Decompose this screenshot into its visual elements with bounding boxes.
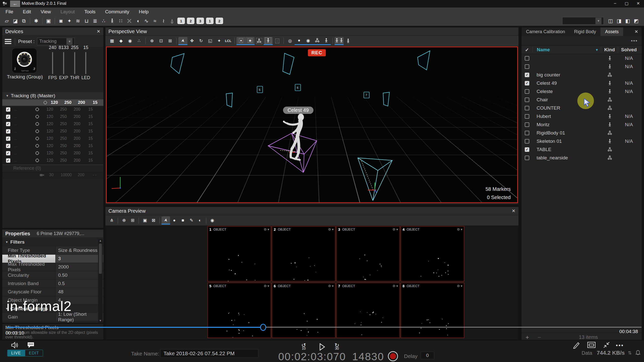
scale-tool-icon[interactable]: ◱ <box>206 37 215 45</box>
zoom-extents-icon[interactable]: ⊞ <box>166 37 175 45</box>
camera-view-1[interactable]: 1OBJECT⚙ ▾ <box>207 226 271 282</box>
device-slider-exp[interactable]: 8133EXP <box>58 45 69 80</box>
assets-close-icon[interactable]: ✕ <box>634 29 642 34</box>
panel-skeleton-icon[interactable]: ◨ <box>615 17 623 25</box>
asset-row[interactable]: ✓Celest 49N/A <box>521 79 642 87</box>
camera-row[interactable]: ✓...12025020015 <box>2 157 103 164</box>
camera-view-6[interactable]: 6OBJECT⚙ ▾ <box>272 283 336 338</box>
zoom-in-icon[interactable]: ⊕ <box>147 37 156 45</box>
wand-icon[interactable]: ✦ <box>65 17 74 25</box>
comment-icon[interactable] <box>27 342 35 349</box>
menu-community[interactable]: Community <box>105 9 129 15</box>
more-options-icon[interactable]: ••• <box>616 342 624 349</box>
asset-checkbox[interactable] <box>525 64 529 69</box>
mask-marker-icon[interactable]: ▣ <box>141 216 149 224</box>
live-button[interactable]: LIVE <box>7 350 25 356</box>
viewport-grid-icon[interactable]: ▦ <box>107 37 116 45</box>
camera-enabled-checkbox[interactable]: ✓ <box>6 107 10 112</box>
camera-enabled-checkbox[interactable]: ✓ <box>6 158 10 163</box>
lcl-toggle-icon[interactable]: LCL <box>224 37 233 45</box>
minimize-button[interactable]: – <box>609 0 621 7</box>
open-file-icon[interactable]: ▱ <box>3 17 11 25</box>
skip-back-10-button[interactable]: ↺10 <box>301 343 306 350</box>
property-value[interactable]: 0.50 <box>56 271 103 279</box>
panel-camera-icon[interactable]: ◧ <box>623 17 632 25</box>
preset-dropdown[interactable]: Tracking ▼ <box>37 38 75 45</box>
skip-forward-30-button[interactable]: ↻30 <box>335 343 339 350</box>
camera-row[interactable]: ✓...12025020015 <box>2 135 103 142</box>
property-value[interactable]: 48 <box>56 288 103 296</box>
property-value[interactable]: 3 <box>56 255 103 263</box>
layout-preset-4-button[interactable]: 1 <box>206 18 214 24</box>
slider-track[interactable] <box>52 52 53 74</box>
slider-track[interactable] <box>74 52 75 74</box>
data-streams-icon[interactable]: ≋ <box>74 17 82 25</box>
edit-button[interactable]: EDIT <box>25 350 43 356</box>
device-slider-led[interactable]: 15LED <box>80 45 91 80</box>
layout-preset-5-button[interactable]: 2 <box>216 18 223 24</box>
skeleton-pair-mode-icon[interactable] <box>335 37 344 45</box>
close-button[interactable]: ✕ <box>632 0 644 7</box>
menu-view[interactable]: View <box>41 9 51 15</box>
rotate-tool-icon[interactable]: ↻ <box>196 37 206 45</box>
camera-enabled-checkbox[interactable]: ✓ <box>6 151 10 155</box>
layout-preset-3-button[interactable]: 3 <box>196 18 204 24</box>
perspective-viewport[interactable]: 567 REC Celest 49 <box>106 47 518 203</box>
menu-tools[interactable]: Tools <box>84 9 95 15</box>
draw-pencil-icon[interactable]: ✎ <box>187 216 196 224</box>
menu-file[interactable]: File <box>6 9 13 15</box>
play-button[interactable] <box>319 343 326 351</box>
asset-row[interactable]: ✓TABLE <box>521 145 642 154</box>
menu-edit[interactable]: Edit <box>23 9 31 15</box>
asset-checkbox[interactable]: ✓ <box>525 73 529 77</box>
select-cursor-icon[interactable]: ➤ <box>178 37 187 45</box>
translate-tool-icon[interactable]: ✥ <box>187 37 196 45</box>
maximize-button[interactable]: ▢ <box>621 0 632 7</box>
panel-edit-icon[interactable]: ◩ <box>632 17 640 25</box>
gear-icon[interactable]: ⚙ ▾ <box>328 228 334 231</box>
gear-icon[interactable]: ⚙ ▾ <box>457 284 462 288</box>
asset-row[interactable]: N/A <box>521 62 642 71</box>
asset-row[interactable]: table_nearside <box>521 154 642 162</box>
camera-row[interactable]: ✓...12025020015 <box>2 142 103 150</box>
asset-checkbox[interactable] <box>525 56 529 61</box>
filter-rigidbodies-icon[interactable] <box>255 37 264 45</box>
collapse-arrows-icon[interactable] <box>603 341 610 349</box>
property-row[interactable]: Circularity0.50 <box>2 271 103 280</box>
camera-enabled-checkbox[interactable]: ✓ <box>6 129 10 133</box>
device-slider-fps[interactable]: 240FPS <box>47 45 58 80</box>
camera-enabled-checkbox[interactable]: ✓ <box>6 122 10 126</box>
mask-clear-icon[interactable]: ⊠ <box>149 216 158 224</box>
property-value[interactable]: 2000 <box>56 263 103 271</box>
save-as-icon[interactable]: ⧉ <box>20 17 28 25</box>
sort-chevron-icon[interactable]: ▼ <box>595 48 598 52</box>
show-rigidbodies-icon[interactable] <box>313 37 322 45</box>
viewport-markers-icon[interactable]: ∴ <box>135 37 144 45</box>
record-button[interactable] <box>388 351 398 361</box>
eye-icon[interactable]: ◉ <box>208 216 217 224</box>
zoom-in-icon[interactable]: ⊕ <box>120 216 128 224</box>
camera-view-3[interactable]: 3OBJECT⚙ ▾ <box>336 226 400 282</box>
camera-row[interactable]: ✓...12025020015 <box>2 120 103 128</box>
scrollbar-thumb[interactable] <box>99 244 102 274</box>
camera-enabled-checkbox[interactable]: ✓ <box>6 137 10 141</box>
camera-row[interactable]: ✓...12025020015 <box>2 113 103 120</box>
video-overlay-icon[interactable] <box>587 342 596 348</box>
menu-help[interactable]: Help <box>139 9 149 15</box>
asset-checkbox[interactable] <box>525 114 529 119</box>
markers-icon[interactable]: ∷ <box>116 17 125 25</box>
asset-checkbox[interactable] <box>525 106 529 110</box>
graph-nodes-icon[interactable]: ∴ <box>99 17 108 25</box>
asset-checkbox[interactable] <box>525 139 529 144</box>
filter-markers-icon[interactable]: ● <box>236 37 246 45</box>
slider-track[interactable] <box>63 52 64 74</box>
slider-track[interactable] <box>85 52 86 74</box>
toolbar-combobox[interactable]: ▼ <box>562 17 604 25</box>
property-value[interactable]: Size & Roundness <box>56 246 103 254</box>
chart-2-icon[interactable]: ≈ <box>151 17 159 25</box>
speaker-icon[interactable] <box>11 342 19 349</box>
asset-row[interactable]: HubertN/A <box>521 112 642 120</box>
zoom-region-icon[interactable]: ⊡ <box>156 37 166 45</box>
asset-checkbox[interactable] <box>525 156 529 160</box>
camera-icon[interactable]: ◙ <box>57 17 65 25</box>
